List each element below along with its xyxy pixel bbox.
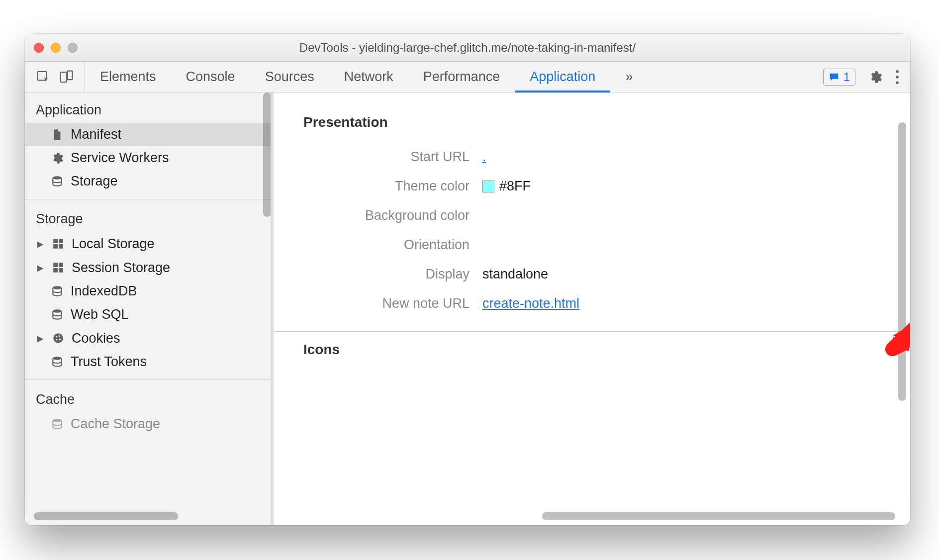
sidebar-section-cache: Cache [25,382,271,412]
sidebar-item-label: Manifest [71,127,121,142]
database-icon [51,285,64,298]
row-theme-color: Theme color #8FF [274,172,902,201]
issues-badge[interactable]: 1 [823,69,855,86]
label-start-url: Start URL [274,149,482,165]
sidebar-item-storage[interactable]: Storage [25,170,271,193]
display-value: standalone [482,267,548,282]
svg-rect-11 [53,263,58,267]
row-orientation: Orientation [274,230,902,260]
panel-tabs: Elements Console Sources Network Perform… [85,62,812,92]
svg-rect-7 [53,239,58,243]
svg-point-21 [56,339,57,341]
expand-arrow-icon[interactable]: ▸ [36,330,45,346]
label-new-note-url: New note URL [274,296,482,311]
issues-count: 1 [844,70,850,84]
theme-color-value: #8FF [499,179,531,194]
svg-point-17 [53,333,63,343]
tabs-overflow-button[interactable]: » [610,62,648,92]
theme-color-swatch [482,181,494,192]
sidebar-item-label: Cache Storage [71,416,160,432]
svg-rect-10 [59,244,63,249]
sidebar-item-service-workers[interactable]: Service Workers [25,146,271,170]
svg-point-5 [896,81,899,84]
sidebar-item-indexeddb[interactable]: IndexedDB [25,280,271,303]
content-h-scrollbar[interactable] [542,512,895,520]
svg-point-19 [59,335,60,337]
presentation-heading: Presentation [274,104,902,142]
row-background-color: Background color [274,201,902,230]
row-start-url: Start URL . [274,142,902,172]
svg-point-15 [53,286,61,289]
window-title: DevTools - yielding-large-chef.glitch.me… [25,41,910,55]
file-icon [51,128,64,141]
row-display: Display standalone [274,260,902,289]
svg-point-4 [896,76,899,79]
database-icon [51,308,64,321]
sidebar-item-session-storage[interactable]: ▸ Session Storage [25,256,271,280]
grid-icon [52,261,65,274]
svg-rect-2 [68,71,73,80]
svg-rect-14 [59,268,63,273]
svg-point-18 [56,336,57,337]
database-icon [51,175,64,188]
database-icon [51,418,64,431]
sidebar-item-trust-tokens[interactable]: Trust Tokens [25,350,271,373]
svg-point-23 [53,419,61,422]
content-scrollbar[interactable] [898,122,906,401]
svg-rect-13 [53,268,58,273]
sidebar-item-label: IndexedDB [71,283,137,299]
tab-network[interactable]: Network [329,62,408,92]
cookie-icon [52,332,65,345]
sidebar-item-cache-storage[interactable]: Cache Storage [25,412,271,436]
sidebar-item-label: Cookies [72,331,120,346]
sidebar-item-label: Web SQL [71,307,129,322]
expand-arrow-icon[interactable]: ▸ [36,236,45,252]
tab-application[interactable]: Application [515,62,610,92]
sidebar-item-local-storage[interactable]: ▸ Local Storage [25,232,271,256]
svg-point-22 [53,357,61,360]
devtools-toolbar: Elements Console Sources Network Perform… [25,62,910,93]
svg-rect-12 [59,263,63,267]
settings-icon[interactable] [868,70,882,84]
titlebar: DevTools - yielding-large-chef.glitch.me… [25,34,910,62]
close-window-button[interactable] [34,43,44,53]
sidebar-item-label: Service Workers [71,150,169,166]
window-controls [34,43,78,53]
sidebar-item-label: Session Storage [72,260,170,276]
sidebar-item-manifest[interactable]: Manifest [25,123,271,146]
row-new-note-url: New note URL create-note.html [274,289,902,318]
more-menu-icon[interactable] [895,70,899,84]
start-url-link[interactable]: . [482,149,486,165]
new-note-url-link[interactable]: create-note.html [482,296,579,311]
expand-arrow-icon[interactable]: ▸ [36,260,45,276]
toggle-device-toolbar-icon[interactable] [59,70,74,85]
label-display: Display [274,267,482,282]
svg-point-3 [896,70,899,73]
devtools-window: DevTools - yielding-large-chef.glitch.me… [25,34,910,525]
sidebar-item-cookies[interactable]: ▸ Cookies [25,326,271,350]
svg-rect-8 [59,239,63,243]
minimize-window-button[interactable] [51,43,61,53]
inspect-element-icon[interactable] [36,70,51,85]
sidebar-section-storage: Storage [25,201,271,232]
zoom-window-button[interactable] [68,43,78,53]
tab-elements[interactable]: Elements [85,62,171,92]
sidebar-item-websql[interactable]: Web SQL [25,303,271,326]
gear-icon [51,152,64,165]
svg-rect-1 [61,72,67,82]
tab-performance[interactable]: Performance [408,62,515,92]
tab-console[interactable]: Console [171,62,250,92]
label-orientation: Orientation [274,237,482,253]
sidebar-scrollbar[interactable] [263,93,271,217]
database-icon [51,356,64,369]
svg-rect-9 [53,244,58,249]
manifest-panel: Presentation Start URL . Theme color #8F… [274,93,910,525]
sidebar-section-application: Application [25,93,271,123]
svg-point-20 [59,339,61,340]
icons-heading: Icons [274,332,902,370]
tab-sources[interactable]: Sources [250,62,329,92]
label-background-color: Background color [274,208,482,223]
sidebar-item-label: Local Storage [72,236,155,252]
application-sidebar: Application Manifest Service Workers Sto… [25,93,274,525]
sidebar-h-scrollbar[interactable] [34,512,178,520]
